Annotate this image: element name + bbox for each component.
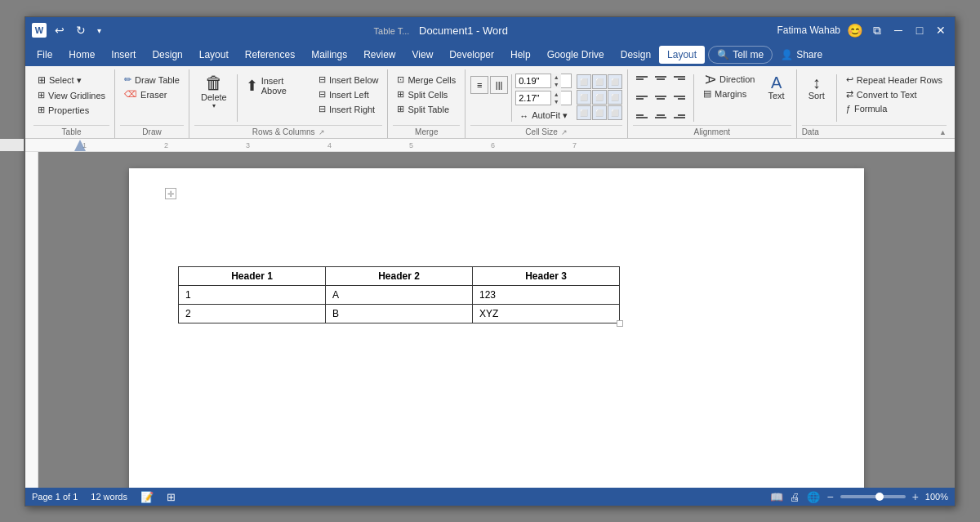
draw-table-button[interactable]: ✏ Draw Table <box>120 73 184 87</box>
tell-me-box[interactable]: 🔍 Tell me <box>708 46 773 64</box>
select-button[interactable]: ⊞ Select ▾ <box>33 73 109 87</box>
sort-button[interactable]: ↕ Sort <box>802 73 831 102</box>
restore-btn[interactable]: ⧉ <box>870 23 884 38</box>
distribute-rows-btn[interactable]: ≡ <box>470 76 488 94</box>
layout-view-icon[interactable]: ⊞ <box>167 491 176 503</box>
autofit-button[interactable]: ↔ AutoFit ▾ <box>515 109 572 123</box>
table-cell-2-1[interactable]: 2 <box>179 305 326 323</box>
align-middle-left[interactable] <box>633 90 651 106</box>
split-table-button[interactable]: ⊞ Split Table <box>393 102 460 116</box>
print-layout-btn[interactable]: 🖨 <box>790 491 800 503</box>
left-ruler <box>25 152 38 488</box>
properties-label: Properties <box>48 105 89 115</box>
border-ml[interactable]: ⬜ <box>577 90 591 105</box>
menu-insert[interactable]: Insert <box>103 46 144 64</box>
border-bl[interactable]: ⬜ <box>577 105 591 120</box>
menu-developer[interactable]: Developer <box>441 46 502 64</box>
word-count[interactable]: 12 words <box>91 492 127 502</box>
menu-file[interactable]: File <box>29 46 60 64</box>
menu-references[interactable]: References <box>237 46 303 64</box>
menu-table-layout[interactable]: Layout <box>659 46 705 64</box>
cell-margins-button[interactable]: ▤ Margins <box>699 87 758 100</box>
height-input[interactable] <box>516 76 550 86</box>
menu-review[interactable]: Review <box>355 46 403 64</box>
menu-home[interactable]: Home <box>60 46 103 64</box>
table-cell-1-3[interactable]: 123 <box>473 286 620 305</box>
border-mr[interactable]: ⬜ <box>608 90 622 105</box>
align-top-right[interactable] <box>670 73 688 89</box>
table-header-2[interactable]: Header 2 <box>326 267 473 286</box>
share-button[interactable]: 👤 Share <box>773 47 831 63</box>
redo-btn[interactable]: ↻ <box>73 22 89 38</box>
distribute-cols-btn[interactable]: ||| <box>490 76 508 94</box>
border-tl[interactable]: ⬜ <box>577 74 591 89</box>
text-button[interactable]: A Text <box>761 73 791 102</box>
border-bc[interactable]: ⬜ <box>592 105 607 120</box>
ribbon-group-alignment: A Direction ▤ Margins A Text <box>628 69 797 138</box>
align-middle-center[interactable] <box>652 90 670 106</box>
table-cell-1-1[interactable]: 1 <box>179 286 326 305</box>
border-br[interactable]: ⬜ <box>608 105 622 120</box>
menu-layout-word[interactable]: Layout <box>191 46 237 64</box>
insert-above-button[interactable]: ⬆ Insert Above <box>241 73 313 99</box>
height-down-btn[interactable]: ▼ <box>550 81 561 88</box>
width-up-btn[interactable]: ▲ <box>550 91 561 98</box>
table-cell-1-2[interactable]: A <box>326 286 473 305</box>
menu-view[interactable]: View <box>404 46 442 64</box>
table-cell-2-2[interactable]: B <box>326 305 473 323</box>
menu-design[interactable]: Design <box>144 46 190 64</box>
view-gridlines-button[interactable]: ⊞ View Gridlines <box>33 88 109 102</box>
align-top-center[interactable] <box>652 73 670 89</box>
properties-button[interactable]: ⊞ Properties <box>33 103 109 117</box>
menu-mailings[interactable]: Mailings <box>303 46 355 64</box>
convert-text-button[interactable]: ⇄ Convert to Text <box>842 87 947 101</box>
border-tr[interactable]: ⬜ <box>608 74 622 89</box>
rows-cols-expand[interactable]: ↗ <box>318 128 325 136</box>
minimize-btn[interactable]: ─ <box>891 23 906 38</box>
border-mc[interactable]: ⬜ <box>592 90 607 105</box>
data-label: Data ▲ <box>802 125 947 138</box>
repeat-header-button[interactable]: ↩ Repeat Header Rows <box>842 73 947 87</box>
formula-button[interactable]: ƒ Formula <box>842 102 947 115</box>
table-resize-handle[interactable] <box>617 320 623 327</box>
delete-button[interactable]: 🗑 Delete ▾ <box>194 73 234 111</box>
undo-btn[interactable]: ↩ <box>51 22 68 38</box>
cell-size-expand[interactable]: ↗ <box>561 128 568 136</box>
maximize-btn[interactable]: □ <box>912 23 927 38</box>
eraser-button[interactable]: ⌫ Eraser <box>120 87 184 101</box>
text-icon: A <box>771 74 782 91</box>
zoom-slider[interactable] <box>840 495 906 498</box>
table-move-handle[interactable]: ✛ <box>165 188 176 199</box>
align-middle-right[interactable] <box>670 90 688 106</box>
height-up-btn[interactable]: ▲ <box>550 74 561 81</box>
menu-google-drive[interactable]: Google Drive <box>539 46 612 64</box>
insert-left-button[interactable]: ⊟ Insert Left <box>314 87 383 101</box>
align-bottom-center[interactable] <box>652 107 670 123</box>
text-direction-button[interactable]: A Direction <box>699 73 758 86</box>
data-collapse[interactable]: ▲ <box>939 128 947 136</box>
page-indicator[interactable]: Page 1 of 1 <box>32 492 78 502</box>
width-input[interactable] <box>516 93 550 103</box>
track-changes-icon[interactable]: 📝 <box>140 491 154 503</box>
border-tc[interactable]: ⬜ <box>592 74 607 89</box>
table-header-3[interactable]: Header 3 <box>473 267 620 286</box>
insert-right-button[interactable]: ⊟ Insert Right <box>314 102 383 116</box>
merge-cells-button[interactable]: ⊡ Merge Cells <box>393 73 460 87</box>
align-bottom-left[interactable] <box>633 107 651 123</box>
align-bottom-right[interactable] <box>670 107 688 123</box>
menu-help[interactable]: Help <box>502 46 539 64</box>
read-mode-btn[interactable]: 📖 <box>770 491 783 503</box>
table-cell-2-3[interactable]: XYZ <box>473 305 620 323</box>
zoom-out-btn[interactable]: − <box>826 490 833 503</box>
web-layout-btn[interactable]: 🌐 <box>807 491 820 503</box>
close-btn[interactable]: ✕ <box>933 23 948 38</box>
width-down-btn[interactable]: ▼ <box>550 98 561 105</box>
align-top-left[interactable] <box>633 73 651 89</box>
insert-below-button[interactable]: ⊟ Insert Below <box>314 73 383 87</box>
table-header-1[interactable]: Header 1 <box>179 267 326 286</box>
split-cells-button[interactable]: ⊞ Split Cells <box>393 87 460 101</box>
menu-table-design[interactable]: Design <box>612 46 659 64</box>
zoom-level[interactable]: 100% <box>925 492 948 502</box>
customize-btn[interactable]: ▾ <box>94 25 105 37</box>
zoom-in-btn[interactable]: + <box>912 490 919 503</box>
